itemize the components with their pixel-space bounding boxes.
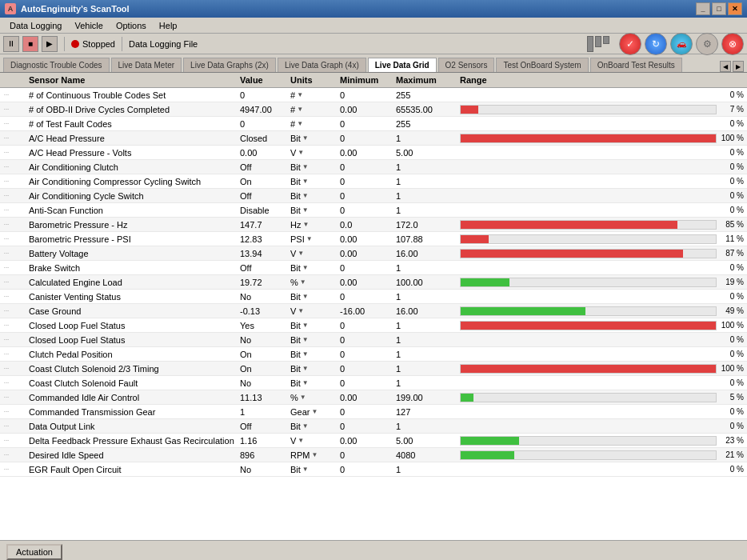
sensor-max: 255 [393,90,457,101]
row-dots[interactable]: ··· [0,322,13,329]
units-dropdown[interactable]: ▼ [302,379,309,386]
units-dropdown[interactable]: ▼ [302,336,309,343]
tab-o2-sensors[interactable]: O2 Sensors [438,58,495,72]
row-dots[interactable]: ··· [0,264,13,271]
minimize-button[interactable]: _ [696,2,710,15]
units-dropdown[interactable]: ▼ [302,264,309,271]
units-dropdown[interactable]: ▼ [297,106,303,113]
tab-live-data-grid[interactable]: Live Data Grid [368,58,437,72]
tab-prev-btn[interactable]: ◀ [720,61,731,72]
row-dots[interactable]: ··· [0,250,13,257]
sensor-value: 4947.00 [237,104,289,115]
checkmark-icon-btn[interactable]: ✓ [619,33,641,55]
sensor-min: 0.00 [337,248,393,259]
units-dropdown[interactable]: ▼ [302,293,309,300]
row-dots[interactable]: ··· [0,437,13,444]
row-dots[interactable]: ··· [0,134,13,142]
range-percent: 100 % [720,134,744,142]
menu-data-logging[interactable]: Data Logging [3,19,68,32]
row-dots[interactable]: ··· [0,91,13,98]
sensor-name: # of Continuous Trouble Codes Set [13,90,237,101]
tab-live-data-meter[interactable]: Live Data Meter [111,58,182,72]
row-dots[interactable]: ··· [0,149,13,156]
units-dropdown[interactable]: ▼ [302,163,309,170]
units-dropdown[interactable]: ▼ [302,422,309,430]
table-row: ··· Air Conditioning Clutch Off Bit ▼ 0 … [0,160,747,174]
sensor-value: 12.83 [237,234,289,245]
units-dropdown[interactable]: ▼ [302,192,309,199]
pause-button[interactable]: ⏸ [3,36,19,52]
units-dropdown[interactable]: ▼ [300,394,306,401]
row-dots[interactable]: ··· [0,307,13,314]
row-dots[interactable]: ··· [0,106,13,113]
row-dots[interactable]: ··· [0,336,13,343]
units-text: RPM [290,450,310,460]
units-dropdown[interactable]: ▼ [302,206,309,214]
row-dots[interactable]: ··· [0,192,13,199]
row-dots[interactable]: ··· [0,278,13,286]
row-dots[interactable]: ··· [0,394,13,401]
row-dots[interactable]: ··· [0,408,13,415]
tabs-bar: Diagnostic Trouble Codes Live Data Meter… [0,54,747,73]
menu-options[interactable]: Options [110,19,153,32]
menu-help[interactable]: Help [153,19,184,32]
units-dropdown[interactable]: ▼ [298,437,304,444]
units-dropdown[interactable]: ▼ [298,307,304,314]
range-percent: 0 % [720,177,744,186]
tab-live-data-graphs-2x[interactable]: Live Data Graphs (2x) [183,58,276,72]
tab-next-btn[interactable]: ▶ [733,61,744,72]
units-text: V [290,148,296,158]
row-dots[interactable]: ··· [0,379,13,386]
row-dots[interactable]: ··· [0,422,13,430]
row-dots[interactable]: ··· [0,235,13,242]
actuation-button[interactable]: Actuation [6,544,62,560]
sensor-value: Disable [237,205,289,216]
sensor-max: 199.00 [393,392,457,403]
units-dropdown[interactable]: ▼ [302,178,309,185]
units-dropdown[interactable]: ▼ [298,149,304,156]
car-icon-btn[interactable]: 🚗 [670,33,693,55]
range-percent: 21 % [720,450,744,459]
units-dropdown[interactable]: ▼ [302,322,309,329]
row-dots[interactable]: ··· [0,451,13,458]
units-dropdown[interactable]: ▼ [302,350,309,358]
gray-icon-btn[interactable]: ⚙ [696,33,718,55]
row-dots[interactable]: ··· [0,365,13,372]
menu-vehicle[interactable]: Vehicle [68,19,109,32]
refresh-icon-btn[interactable]: ↻ [645,33,667,55]
units-dropdown[interactable]: ▼ [302,221,309,228]
tab-onboard-test-results[interactable]: OnBoard Test Results [590,58,682,72]
units-dropdown[interactable]: ▼ [311,451,318,458]
header-maximum: Maximum [393,74,457,86]
red-circle-btn[interactable]: ⊗ [721,33,744,55]
grid-container[interactable]: ··· # of Continuous Trouble Codes Set 0 … [0,88,747,540]
units-dropdown[interactable]: ▼ [306,235,313,242]
titlebar: A AutoEnginuity's ScanTool _ □ ✕ [0,0,747,18]
row-dots[interactable]: ··· [0,350,13,358]
row-dots[interactable]: ··· [0,120,13,127]
row-dots[interactable]: ··· [0,163,13,170]
play-button[interactable]: ▶ [42,36,58,52]
units-dropdown[interactable]: ▼ [298,250,304,257]
tab-diagnostic-trouble-codes[interactable]: Diagnostic Trouble Codes [3,58,110,72]
units-dropdown[interactable]: ▼ [297,120,303,127]
units-dropdown[interactable]: ▼ [302,134,309,142]
range-bar-fill [461,278,509,286]
table-row: ··· Air Conditioning Compressor Cycling … [0,174,747,189]
units-dropdown[interactable]: ▼ [311,408,318,415]
table-row: ··· Data Output Link Off Bit ▼ 0 1 0 % [0,419,747,434]
row-dots[interactable]: ··· [0,466,13,473]
maximize-button[interactable]: □ [712,2,726,15]
stop-button[interactable]: ■ [22,36,38,52]
units-dropdown[interactable]: ▼ [300,278,306,286]
tab-live-data-graph-4x[interactable]: Live Data Graph (4x) [278,58,366,72]
close-button[interactable]: ✕ [728,2,742,15]
tab-test-onboard-system[interactable]: Test OnBoard System [496,58,588,72]
row-dots[interactable]: ··· [0,293,13,300]
row-dots[interactable]: ··· [0,178,13,185]
units-dropdown[interactable]: ▼ [297,91,303,98]
units-dropdown[interactable]: ▼ [302,365,309,372]
units-dropdown[interactable]: ▼ [302,466,309,473]
row-dots[interactable]: ··· [0,221,13,228]
row-dots[interactable]: ··· [0,206,13,214]
